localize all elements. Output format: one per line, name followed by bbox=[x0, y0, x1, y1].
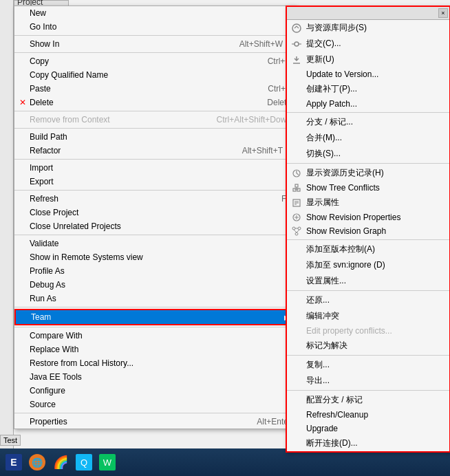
svg-line-24 bbox=[294, 230, 297, 232]
menu-item-new[interactable]: New ▶ bbox=[14, 6, 295, 20]
sub-menu-create-patch[interactable]: 创建补丁(P)... bbox=[287, 81, 449, 97]
svg-point-0 bbox=[292, 24, 301, 32]
menu-item-delete[interactable]: ✕ Delete Delete bbox=[14, 96, 295, 109]
sub-menu-branch-tag[interactable]: 分支 / 标记... bbox=[287, 114, 449, 130]
sub-menu-config-branch-tag[interactable]: 配置分支 / 标记 bbox=[287, 392, 449, 408]
separator-6 bbox=[14, 190, 295, 191]
screen: Project Explorer New ▶ Go Into Show In A… bbox=[0, 0, 450, 476]
menu-item-show-remote[interactable]: Show in Remote Systems view bbox=[14, 250, 295, 264]
menu-item-compare-with[interactable]: Compare With ▶ bbox=[14, 329, 295, 343]
sub-menu-show-tree-conflicts[interactable]: Show Tree Conflicts bbox=[287, 181, 449, 195]
main-context-menu: New ▶ Go Into Show In Alt+Shift+W ▶ Copy… bbox=[14, 6, 296, 429]
delete-icon: ✕ bbox=[17, 97, 28, 108]
svg-point-1 bbox=[294, 42, 299, 46]
tree-icon bbox=[290, 182, 303, 193]
sub-menu-sync-repo[interactable]: 与资源库同步(S) bbox=[287, 20, 449, 36]
sub-menu-show-properties[interactable]: 显示属性 bbox=[287, 195, 449, 210]
menu-item-replace-with[interactable]: Replace With ▶ bbox=[14, 343, 295, 356]
sidebar bbox=[0, 0, 14, 454]
menu-item-copy-qualified[interactable]: Copy Qualified Name bbox=[14, 68, 295, 82]
sub-menu-commit[interactable]: 提交(C)... bbox=[287, 36, 449, 52]
sub-separator-2 bbox=[287, 163, 449, 164]
separator-2 bbox=[14, 52, 295, 53]
sub-menu-edit-prop-conflicts[interactable]: Edit property conflicts... bbox=[287, 324, 449, 338]
taskbar: E 🌐 🌈 Q W bbox=[0, 448, 450, 476]
menu-item-validate[interactable]: Validate bbox=[14, 237, 295, 250]
sub-menu-revert[interactable]: 还原... bbox=[287, 292, 449, 308]
separator-7 bbox=[14, 235, 295, 235]
taskbar-wechat[interactable]: W bbox=[96, 451, 118, 473]
sub-menu-add-svnignore[interactable]: 添加至 svn:ignore (D) bbox=[287, 257, 449, 273]
menu-item-source[interactable]: Source ▶ bbox=[14, 398, 295, 411]
menu-item-close-unrelated[interactable]: Close Unrelated Projects bbox=[14, 219, 295, 233]
browser-icon: 🌐 bbox=[29, 454, 45, 470]
menu-item-profile-as[interactable]: Profile As ▶ bbox=[14, 264, 295, 278]
menu-item-close-project[interactable]: Close Project bbox=[14, 206, 295, 219]
sub-menu-show-revision-graph[interactable]: Show Revision Graph bbox=[287, 224, 449, 238]
sub-menu-mark-resolved[interactable]: 标记为解决 bbox=[287, 338, 449, 354]
sub-menu-refresh-cleanup[interactable]: Refresh/Cleanup bbox=[287, 408, 449, 422]
sub-menu-update-version[interactable]: Update to Version... bbox=[287, 67, 449, 81]
sync-icon bbox=[290, 23, 303, 34]
menu-item-team[interactable]: Team ▶ bbox=[14, 309, 295, 325]
taskbar-chrome[interactable]: 🌈 bbox=[50, 451, 72, 473]
menu-item-show-in[interactable]: Show In Alt+Shift+W ▶ bbox=[14, 37, 295, 51]
revprops-icon bbox=[290, 212, 303, 223]
sub-separator-3 bbox=[287, 239, 449, 240]
sub-menu-apply-patch[interactable]: Apply Patch... bbox=[287, 97, 449, 111]
menu-item-properties[interactable]: Properties Alt+Enter bbox=[14, 415, 295, 429]
svg-line-25 bbox=[297, 230, 299, 232]
sub-menu-add-version-control[interactable]: 添加至版本控制(A) bbox=[287, 241, 449, 257]
menu-item-build-path[interactable]: Build Path ▶ bbox=[14, 130, 295, 144]
sub-separator-1 bbox=[287, 112, 449, 113]
sub-menu-switch[interactable]: 切换(S)... bbox=[287, 146, 449, 162]
menu-item-copy[interactable]: Copy Ctrl+C bbox=[14, 54, 295, 68]
sub-menu-edit-conflicts[interactable]: 编辑冲突 bbox=[287, 308, 449, 324]
svg-rect-10 bbox=[295, 184, 298, 187]
menu-item-export[interactable]: Export ▶ bbox=[14, 175, 295, 188]
taskbar-browser[interactable]: 🌐 bbox=[26, 451, 48, 473]
menu-item-java-ee[interactable]: Java EE Tools ▶ bbox=[14, 370, 295, 384]
sub-menu-show-history[interactable]: 显示资源历史记录(H) bbox=[287, 165, 449, 181]
sub-separator-4 bbox=[287, 290, 449, 291]
menu-item-paste[interactable]: Paste Ctrl+V bbox=[14, 82, 295, 96]
commit-icon bbox=[290, 39, 303, 50]
sub-menu-reconnect[interactable]: 断开连接(D)... bbox=[287, 435, 449, 451]
separator-4 bbox=[14, 128, 295, 129]
svg-line-7 bbox=[297, 173, 299, 175]
sub-menu-merge[interactable]: 合并(M)... bbox=[287, 130, 449, 146]
sub-menu-copy[interactable]: 复制... bbox=[287, 357, 449, 373]
history-icon bbox=[290, 168, 303, 179]
svg-point-21 bbox=[298, 227, 301, 230]
eclipse-icon: E bbox=[6, 454, 22, 470]
sub-menu-export[interactable]: 导出... bbox=[287, 373, 449, 389]
sub-menu-update[interactable]: 更新(U) bbox=[287, 52, 449, 67]
separator-8 bbox=[14, 307, 295, 307]
sub-separator-6 bbox=[287, 390, 449, 391]
menu-item-run-as[interactable]: Run As ▶ bbox=[14, 292, 295, 305]
menu-item-refresh[interactable]: Refresh F5 bbox=[14, 192, 295, 206]
sub-menu-set-props[interactable]: 设置属性... bbox=[287, 273, 449, 289]
sub-separator-5 bbox=[287, 355, 449, 356]
menu-item-go-into[interactable]: Go Into bbox=[14, 20, 295, 34]
sub-menu-show-revision-props[interactable]: Show Revision Properties bbox=[287, 210, 449, 224]
wechat-icon: W bbox=[99, 454, 116, 470]
separator-9 bbox=[14, 327, 295, 327]
menu-item-configure[interactable]: Configure ▶ bbox=[14, 384, 295, 398]
sub-menu-upgrade[interactable]: Upgrade bbox=[287, 422, 449, 435]
revgraph-icon bbox=[290, 226, 303, 237]
separator-5 bbox=[14, 159, 295, 160]
menu-item-refactor[interactable]: Refactor Alt+Shift+T ▶ bbox=[14, 144, 295, 158]
menu-item-restore-local[interactable]: Restore from Local History... bbox=[14, 356, 295, 370]
menu-item-debug-as[interactable]: Debug As ▶ bbox=[14, 278, 295, 292]
close-button[interactable]: × bbox=[438, 8, 448, 18]
taskbar-item4[interactable]: Q bbox=[73, 451, 95, 473]
taskbar-icon4: Q bbox=[76, 454, 92, 470]
chrome-icon: 🌈 bbox=[52, 454, 69, 470]
taskbar-eclipse[interactable]: E bbox=[3, 451, 25, 473]
sub-menu-header: × bbox=[287, 7, 449, 20]
svg-point-20 bbox=[292, 227, 295, 230]
separator-1 bbox=[14, 35, 295, 36]
menu-item-remove-context[interactable]: Remove from Context Ctrl+Alt+Shift+Down bbox=[14, 113, 295, 127]
menu-item-import[interactable]: Import ▶ bbox=[14, 161, 295, 175]
